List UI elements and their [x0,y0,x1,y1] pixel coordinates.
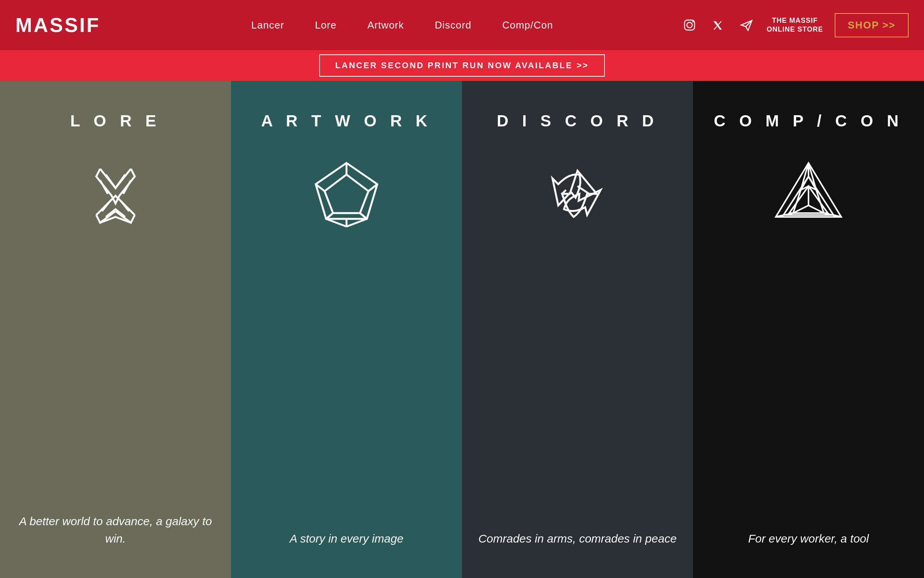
artwork-tagline: A story in every image [290,530,403,547]
main-content-grid: L O R E [0,81,924,578]
logo-area: MASSIF [15,13,123,37]
compcon-title: C O M P / C O N [714,112,903,130]
lore-top: L O R E [70,104,161,238]
discord-title: D I S C O R D [497,112,658,130]
compcon-top: C O M P / C O N [714,104,903,238]
artwork-icon [304,153,389,238]
shop-button[interactable]: SHOP >> [835,13,909,37]
banner-arrows-icon: >> [576,60,589,71]
discord-tagline: Comrades in arms, comrades in peace [478,530,676,547]
discord-column[interactable]: D I S C O R D [462,81,693,578]
print-run-button[interactable]: LANCER SECOND PRINT RUN NOW AVAILABLE >> [319,54,605,77]
compcon-tagline: For every worker, a tool [748,530,869,547]
store-info: THE MASSIF ONLINE STORE [767,16,823,34]
svg-point-2 [692,21,694,22]
svg-line-16 [326,219,346,227]
lore-title: L O R E [70,112,161,130]
lore-icon [73,153,158,238]
svg-line-3 [100,180,108,194]
svg-line-6 [121,202,129,211]
svg-line-5 [102,202,110,211]
site-logo[interactable]: MASSIF [15,13,100,37]
shop-arrows-icon: >> [882,19,896,31]
svg-line-4 [123,180,131,194]
nav-lancer[interactable]: Lancer [251,19,285,31]
compcon-icon [766,153,851,238]
instagram-icon[interactable] [681,17,698,34]
artwork-title: A R T W O R K [261,112,432,130]
header-right: THE MASSIF ONLINE STORE SHOP >> [681,13,909,37]
announcement-banner: LANCER SECOND PRINT RUN NOW AVAILABLE >> [0,50,924,81]
lore-tagline: A better world to advance, a galaxy to w… [15,512,216,547]
nav-lore[interactable]: Lore [315,19,336,31]
telegram-icon[interactable] [738,17,755,34]
discord-top: D I S C O R D [497,104,658,238]
svg-line-17 [346,219,367,227]
lore-column[interactable]: L O R E [0,81,231,578]
nav-artwork[interactable]: Artwork [367,19,404,31]
site-header: MASSIF Lancer Lore Artwork Discord Comp/… [0,0,924,50]
compcon-column[interactable]: C O M P / C O N [693,81,924,578]
twitter-icon[interactable] [710,17,726,34]
artwork-column[interactable]: A R T W O R K [231,81,462,578]
svg-marker-8 [325,175,368,213]
nav-compcon[interactable]: Comp/Con [502,19,553,31]
discord-icon [535,153,620,238]
artwork-top: A R T W O R K [261,104,432,238]
nav-discord[interactable]: Discord [435,19,471,31]
main-nav: Lancer Lore Artwork Discord Comp/Con [123,19,681,31]
svg-point-1 [687,22,692,28]
